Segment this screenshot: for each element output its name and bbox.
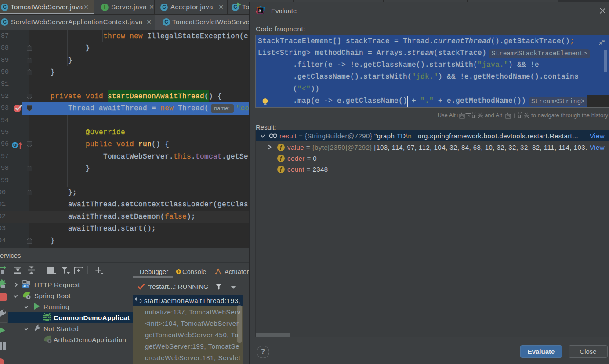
svg-text:IJ: IJ bbox=[259, 8, 261, 11]
svg-text:API: API bbox=[23, 285, 29, 288]
